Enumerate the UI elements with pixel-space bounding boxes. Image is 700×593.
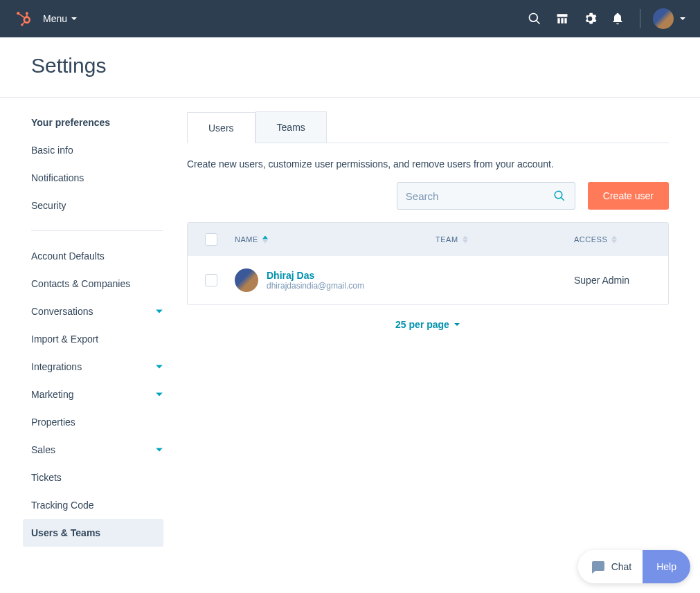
tabs: Users Teams [187,111,669,143]
sidebar-item-contacts-companies[interactable]: Contacts & Companies [0,270,177,298]
page-header: Settings [0,37,700,98]
marketplace-icon[interactable] [555,12,569,26]
sidebar-item-integrations[interactable]: Integrations [0,353,177,381]
main-content: Users Teams Create new users, customize … [177,98,700,566]
divider [640,9,640,28]
table-row: Dhiraj Das dhirajdasindia@gmail.com Supe… [188,256,668,304]
toolbar: Create user [187,182,669,210]
row-checkbox[interactable] [205,274,217,286]
chat-icon [589,558,606,566]
users-table: NAME TEAM ACCESS [187,222,669,305]
search-icon[interactable] [528,12,541,26]
column-header-name[interactable]: NAME [235,235,436,244]
hubspot-logo-icon[interactable] [14,10,32,28]
chevron-down-icon [155,390,163,399]
sidebar-item-notifications[interactable]: Notifications [0,164,177,192]
table-header: NAME TEAM ACCESS [188,223,668,256]
sidebar-item-sales[interactable]: Sales [0,436,177,464]
settings-sidebar: Your preferences Basic info Notification… [0,98,177,566]
column-header-team[interactable]: TEAM [436,235,574,244]
user-avatar [235,268,258,292]
sidebar-item-basic-info[interactable]: Basic info [0,136,177,164]
sidebar-item-import-export[interactable]: Import & Export [0,325,177,353]
sidebar-divider [31,230,163,231]
chevron-down-icon [155,363,163,371]
sidebar-item-tracking-code[interactable]: Tracking Code [0,491,177,519]
chevron-down-icon [155,446,163,454]
gear-icon[interactable] [583,12,597,26]
page-title: Settings [31,54,700,77]
sidebar-item-account-defaults[interactable]: Account Defaults [0,242,177,270]
sidebar-item-properties[interactable]: Properties [0,408,177,436]
account-menu[interactable] [653,8,686,29]
chat-button[interactable]: Chat [578,550,643,566]
chevron-down-icon [454,321,460,328]
sidebar-item-users-teams[interactable]: Users & Teams [23,519,163,547]
sort-icon [262,235,268,244]
tab-users[interactable]: Users [187,112,255,143]
column-header-access[interactable]: ACCESS [574,235,668,244]
pagination-per-page[interactable]: 25 per page [187,319,669,330]
menu-label: Menu [43,13,67,24]
user-email-link[interactable]: dhirajdasindia@gmail.com [267,281,364,291]
sidebar-item-tickets[interactable]: Tickets [0,464,177,491]
chevron-down-icon [155,307,163,316]
sort-icon [463,235,468,244]
user-name-link[interactable]: Dhiraj Das [267,270,364,281]
user-access-cell: Super Admin [574,275,668,286]
section-description: Create new users, customize user permiss… [187,158,669,170]
top-navbar: Menu [0,0,700,37]
sidebar-heading: Your preferences [0,117,177,128]
create-user-button[interactable]: Create user [588,182,669,210]
select-all-checkbox[interactable] [205,233,217,246]
sidebar-item-security[interactable]: Security [0,192,177,219]
avatar [653,8,674,29]
chevron-down-icon [71,15,78,22]
menu-button[interactable]: Menu [43,13,78,24]
chevron-down-icon [679,15,686,22]
chat-help-widget: Chat Help [578,550,690,566]
sidebar-item-marketing[interactable]: Marketing [0,381,177,408]
help-button[interactable]: Help [643,550,690,566]
tab-teams[interactable]: Teams [255,111,327,143]
sidebar-item-conversations[interactable]: Conversations [0,298,177,325]
bell-icon[interactable] [611,12,625,26]
search-input[interactable] [397,182,575,210]
sort-icon [611,235,617,244]
